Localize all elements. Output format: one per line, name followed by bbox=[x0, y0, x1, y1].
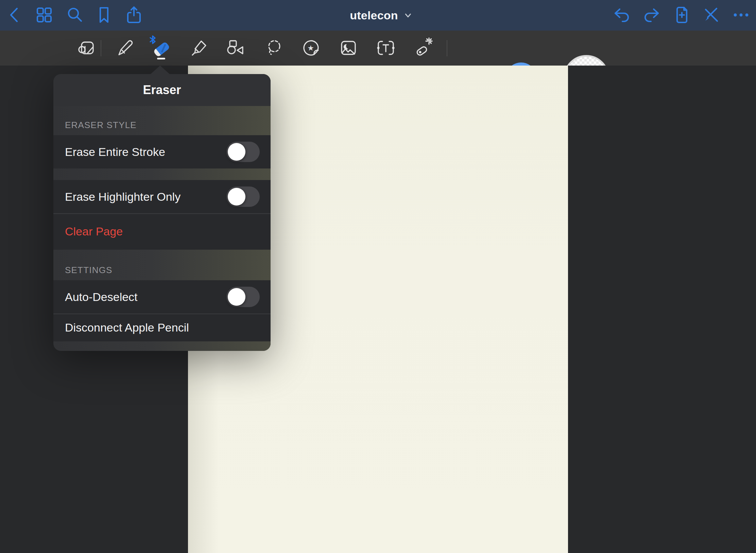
bookmark-icon bbox=[93, 4, 115, 27]
erase-entire-stroke-toggle[interactable] bbox=[226, 142, 260, 162]
tool-image[interactable] bbox=[336, 33, 361, 64]
undo-icon bbox=[611, 4, 633, 27]
eraser-size-large[interactable] bbox=[564, 55, 609, 66]
auto-deselect-toggle[interactable] bbox=[226, 287, 260, 307]
tool-sticker[interactable]: ★ bbox=[299, 33, 323, 64]
highlighter-icon bbox=[189, 37, 210, 60]
undo-button[interactable] bbox=[611, 4, 633, 26]
grid-icon bbox=[33, 4, 55, 27]
eraser-popup: Eraser ERASER STYLE Erase Entire Stroke … bbox=[53, 74, 271, 351]
eraser-icon-active bbox=[148, 34, 172, 63]
section-header-eraser-style: ERASER STYLE bbox=[53, 106, 271, 135]
back-chevron-icon bbox=[4, 4, 25, 27]
popup-footer bbox=[53, 341, 271, 351]
tool-pen[interactable] bbox=[112, 33, 137, 64]
sticker-icon: ★ bbox=[300, 37, 322, 60]
pen-icon bbox=[114, 37, 135, 60]
redo-icon bbox=[640, 4, 662, 27]
ellipsis-icon bbox=[730, 4, 752, 27]
laser-pointer-icon bbox=[412, 37, 434, 60]
clear-page-button[interactable]: Clear Page bbox=[65, 225, 123, 238]
search-icon bbox=[64, 4, 86, 27]
app-window: utelecon bbox=[0, 0, 756, 553]
top-navigation-bar: utelecon bbox=[0, 0, 756, 31]
section-gap bbox=[53, 168, 271, 180]
row-auto-deselect: Auto-Deselect bbox=[53, 280, 271, 314]
shapes-icon bbox=[225, 37, 247, 60]
edit-mode-icon bbox=[76, 37, 98, 60]
bluetooth-icon bbox=[150, 36, 155, 43]
tool-eraser[interactable] bbox=[148, 33, 172, 64]
popup-caret bbox=[150, 66, 170, 74]
eraser-size-medium-selected[interactable] bbox=[505, 63, 537, 66]
text-icon bbox=[375, 37, 397, 60]
toggle-knob bbox=[228, 288, 245, 306]
row-erase-highlighter-only: Erase Highlighter Only bbox=[53, 180, 271, 213]
erase-highlighter-only-toggle[interactable] bbox=[226, 186, 260, 207]
tool-shapes[interactable] bbox=[224, 33, 248, 64]
thumbnails-button[interactable] bbox=[33, 4, 55, 26]
chevron-down-icon bbox=[403, 11, 413, 20]
section-header-settings: SETTINGS bbox=[53, 250, 271, 280]
disconnect-apple-pencil-button[interactable]: Disconnect Apple Pencil bbox=[65, 321, 189, 334]
document-title: utelecon bbox=[350, 9, 398, 22]
popup-title: Eraser bbox=[53, 74, 271, 106]
row-clear-page[interactable]: Clear Page bbox=[53, 213, 271, 250]
tool-bar: ★ bbox=[0, 31, 756, 66]
bookmark-button[interactable] bbox=[93, 4, 115, 26]
erase-entire-stroke-label: Erase Entire Stroke bbox=[65, 145, 165, 159]
toggle-knob bbox=[228, 143, 245, 161]
readonly-mode-button[interactable] bbox=[700, 4, 722, 26]
toggle-knob bbox=[228, 188, 245, 206]
tool-laser-pointer[interactable] bbox=[411, 33, 435, 64]
tool-text[interactable] bbox=[374, 33, 398, 64]
back-button[interactable] bbox=[4, 4, 25, 26]
stylus-crossed-icon bbox=[700, 4, 722, 27]
tool-edit-mode[interactable] bbox=[74, 33, 99, 64]
auto-deselect-label: Auto-Deselect bbox=[65, 290, 138, 304]
lasso-icon bbox=[263, 37, 285, 60]
row-erase-entire-stroke: Erase Entire Stroke bbox=[53, 135, 271, 168]
erase-highlighter-only-label: Erase Highlighter Only bbox=[65, 190, 181, 203]
add-page-button[interactable] bbox=[671, 4, 693, 26]
document-title-menu[interactable]: utelecon bbox=[350, 0, 413, 31]
toolbar-divider bbox=[447, 40, 447, 56]
share-icon bbox=[123, 4, 145, 27]
toolbar-divider bbox=[101, 40, 101, 56]
svg-text:★: ★ bbox=[307, 44, 314, 52]
tool-highlighter[interactable] bbox=[187, 33, 212, 64]
more-options-button[interactable] bbox=[730, 4, 752, 26]
search-button[interactable] bbox=[64, 4, 86, 26]
image-icon bbox=[338, 37, 359, 60]
redo-button[interactable] bbox=[640, 4, 662, 26]
add-page-icon bbox=[671, 4, 693, 27]
row-disconnect-apple-pencil[interactable]: Disconnect Apple Pencil bbox=[53, 314, 271, 341]
tool-lasso[interactable] bbox=[262, 33, 286, 64]
share-button[interactable] bbox=[123, 4, 145, 26]
